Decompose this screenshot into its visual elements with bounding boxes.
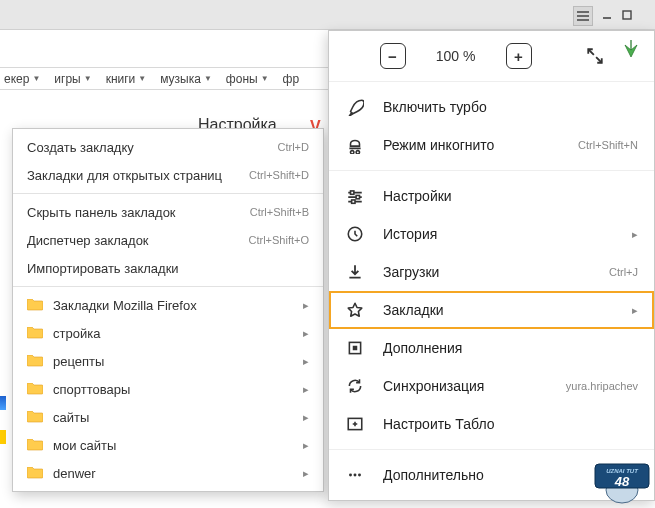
tablo-icon (345, 414, 365, 434)
submenu-item-bookmark-open-tabs[interactable]: Закладки для открытых страниц Ctrl+Shift… (13, 161, 323, 189)
submenu-item-hide-bookmarks-bar[interactable]: Скрыть панель закладок Ctrl+Shift+B (13, 198, 323, 226)
submenu-folder-item[interactable]: рецепты ▸ (13, 347, 323, 375)
settings-icon (345, 186, 365, 206)
keyboard-shortcut: Ctrl+Shift+O (248, 234, 309, 246)
folder-icon (27, 439, 43, 451)
chevron-right-icon: ▸ (632, 228, 638, 241)
bookmarks-bar-item[interactable]: фр (279, 72, 310, 86)
addons-icon (345, 338, 365, 358)
zoom-out-button[interactable]: − (380, 43, 406, 69)
folder-icon (27, 299, 43, 311)
keyboard-shortcut: Ctrl+D (278, 141, 309, 153)
submenu-item-import-bookmarks[interactable]: Импортировать закладки (13, 254, 323, 282)
rocket-icon (345, 97, 365, 117)
submenu-item-create-bookmark[interactable]: Создать закладку Ctrl+D (13, 133, 323, 161)
chevron-right-icon: ▸ (303, 411, 309, 424)
chevron-right-icon: ▸ (303, 383, 309, 396)
zoom-controls: − 100 % + (329, 31, 654, 82)
window-minimize-button[interactable] (599, 7, 615, 23)
window-titlebar (0, 0, 655, 30)
submenu-folder-item[interactable]: Закладки Mozilla Firefox ▸ (13, 291, 323, 319)
zoom-level: 100 % (430, 48, 482, 64)
bookmarks-bar-item[interactable]: фоны▼ (222, 72, 279, 86)
menu-item-incognito[interactable]: Режим инкогнито Ctrl+Shift+N (329, 126, 654, 164)
keyboard-shortcut: Ctrl+Shift+B (250, 206, 309, 218)
menu-item-turbo[interactable]: Включить турбо (329, 88, 654, 126)
sync-icon (345, 376, 365, 396)
bookmarks-submenu: Создать закладку Ctrl+D Закладки для отк… (12, 128, 324, 492)
star-icon (345, 300, 365, 320)
svg-text:48: 48 (614, 474, 630, 489)
folder-icon (27, 355, 43, 367)
chevron-right-icon: ▸ (303, 299, 309, 312)
folder-icon (27, 411, 43, 423)
folder-icon (27, 467, 43, 479)
chevron-right-icon: ▸ (632, 304, 638, 317)
chevron-right-icon: ▸ (303, 327, 309, 340)
window-maximize-button[interactable] (619, 7, 635, 23)
folder-icon (27, 383, 43, 395)
submenu-folder-item[interactable]: спорттовары ▸ (13, 375, 323, 403)
favicon-stripe (0, 430, 6, 444)
download-icon (345, 262, 365, 282)
hamburger-menu-button[interactable] (573, 6, 593, 26)
incognito-icon (345, 135, 365, 155)
bookmarks-bar-item[interactable]: игры▼ (50, 72, 101, 86)
favicon-stripe (0, 396, 6, 410)
fullscreen-button[interactable] (586, 47, 604, 65)
submenu-folder-item[interactable]: стройка ▸ (13, 319, 323, 347)
chevron-right-icon: ▸ (303, 467, 309, 480)
downloads-indicator-icon[interactable] (621, 38, 641, 60)
keyboard-shortcut: Ctrl+Shift+D (249, 169, 309, 181)
bookmarks-bar-item[interactable]: екер▼ (0, 72, 50, 86)
sync-account: yura.hripachev (566, 380, 638, 392)
svg-rect-10 (623, 11, 631, 19)
watermark-badge: UZNAI TUT 48 (593, 460, 651, 504)
menu-item-sync[interactable]: Синхронизация yura.hripachev (329, 367, 654, 405)
menu-item-history[interactable]: История ▸ (329, 215, 654, 253)
keyboard-shortcut: Ctrl+J (609, 266, 638, 278)
chevron-right-icon: ▸ (303, 355, 309, 368)
bookmarks-bar-item[interactable]: музыка▼ (156, 72, 222, 86)
submenu-folder-item[interactable]: сайты ▸ (13, 403, 323, 431)
submenu-item-bookmarks-manager[interactable]: Диспетчер закладок Ctrl+Shift+O (13, 226, 323, 254)
history-icon (345, 224, 365, 244)
submenu-folder-item[interactable]: denwer ▸ (13, 459, 323, 487)
menu-item-downloads[interactable]: Загрузки Ctrl+J (329, 253, 654, 291)
menu-item-bookmarks[interactable]: Закладки ▸ (329, 291, 654, 329)
submenu-folder-item[interactable]: мои сайты ▸ (13, 431, 323, 459)
folder-icon (27, 327, 43, 339)
menu-item-settings[interactable]: Настройки (329, 177, 654, 215)
main-menu: − 100 % + Включить турбо Режим инкогнито… (328, 30, 655, 501)
menu-item-tablo[interactable]: Настроить Табло (329, 405, 654, 443)
bookmarks-bar-item[interactable]: книги▼ (102, 72, 157, 86)
chevron-right-icon: ▸ (303, 439, 309, 452)
more-icon (345, 465, 365, 485)
keyboard-shortcut: Ctrl+Shift+N (578, 139, 638, 151)
menu-item-addons[interactable]: Дополнения (329, 329, 654, 367)
zoom-in-button[interactable]: + (506, 43, 532, 69)
